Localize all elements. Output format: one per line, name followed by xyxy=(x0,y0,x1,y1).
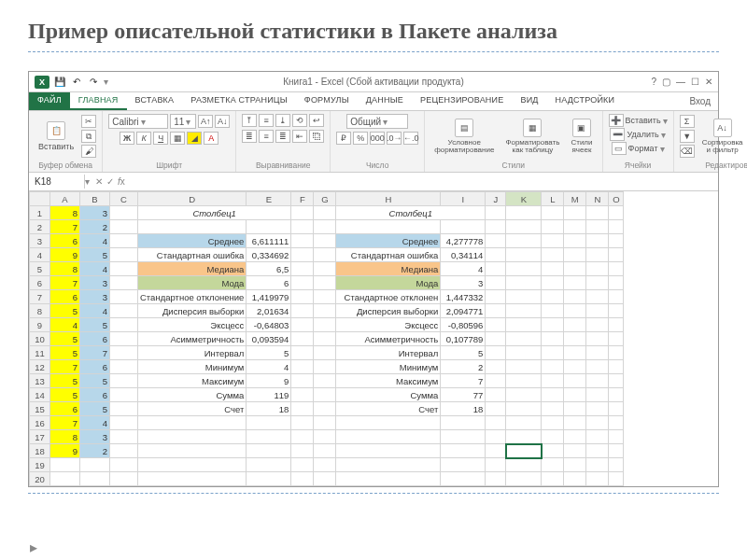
cell[interactable] xyxy=(609,248,624,262)
cell[interactable] xyxy=(486,290,506,304)
cell[interactable] xyxy=(110,206,138,220)
cell[interactable] xyxy=(564,360,586,374)
cell[interactable] xyxy=(586,248,609,262)
cell[interactable] xyxy=(542,220,564,234)
cell[interactable] xyxy=(564,262,586,276)
cell[interactable] xyxy=(110,472,138,486)
orientation-icon[interactable]: ⟲ xyxy=(292,114,307,127)
cell[interactable] xyxy=(314,472,336,486)
cell[interactable] xyxy=(110,318,138,332)
cell[interactable] xyxy=(609,332,624,346)
cell[interactable] xyxy=(506,458,542,472)
cell[interactable]: Сумма xyxy=(336,388,441,402)
insert-cells-button[interactable]: ➕Вставить▾ xyxy=(609,114,668,127)
cell[interactable]: 6 xyxy=(80,360,110,374)
cell[interactable] xyxy=(486,220,506,234)
cell[interactable] xyxy=(486,374,506,388)
cell[interactable] xyxy=(486,416,506,430)
row-header[interactable]: 6 xyxy=(30,276,50,290)
col-header-M[interactable]: M xyxy=(564,192,586,206)
cell[interactable] xyxy=(336,444,441,458)
row-header[interactable]: 8 xyxy=(30,304,50,318)
cell[interactable]: Столбец1 xyxy=(336,206,486,220)
cell[interactable] xyxy=(564,318,586,332)
cell[interactable]: 2,01634 xyxy=(247,304,291,318)
cell[interactable] xyxy=(247,220,291,234)
cell[interactable] xyxy=(564,402,586,416)
cell[interactable] xyxy=(586,430,609,444)
cell[interactable] xyxy=(542,416,564,430)
cell[interactable]: 1,419979 xyxy=(247,290,291,304)
cell[interactable]: 5 xyxy=(441,346,486,360)
cell[interactable]: Асимметричность xyxy=(336,332,441,346)
minimize-icon[interactable]: — xyxy=(676,77,685,87)
font-size-select[interactable]: 11 ▾ xyxy=(170,114,196,129)
cell[interactable]: 5 xyxy=(50,304,80,318)
cell[interactable] xyxy=(542,248,564,262)
cell[interactable] xyxy=(564,430,586,444)
cell[interactable] xyxy=(314,290,336,304)
cell[interactable] xyxy=(542,360,564,374)
cell[interactable] xyxy=(609,206,624,220)
cell[interactable] xyxy=(586,402,609,416)
cell[interactable] xyxy=(110,360,138,374)
cell[interactable] xyxy=(291,262,314,276)
cell[interactable]: 9 xyxy=(247,374,291,388)
row-header[interactable]: 11 xyxy=(30,346,50,360)
cell[interactable] xyxy=(506,304,542,318)
cell[interactable] xyxy=(564,304,586,318)
cell[interactable] xyxy=(486,332,506,346)
conditional-formatting-button[interactable]: ▤Условное форматирование xyxy=(430,117,498,156)
bold-button[interactable]: Ж xyxy=(120,132,134,145)
cell[interactable] xyxy=(110,332,138,346)
cell[interactable] xyxy=(441,430,486,444)
underline-button[interactable]: Ч xyxy=(153,132,168,145)
cell[interactable] xyxy=(586,318,609,332)
cell[interactable] xyxy=(542,262,564,276)
cell[interactable] xyxy=(80,472,110,486)
cell[interactable] xyxy=(609,402,624,416)
cell[interactable] xyxy=(314,430,336,444)
cell[interactable] xyxy=(564,388,586,402)
cell[interactable] xyxy=(336,220,441,234)
align-middle-icon[interactable]: ≡ xyxy=(259,114,274,127)
cell[interactable]: 5 xyxy=(80,318,110,332)
row-header[interactable]: 10 xyxy=(30,332,50,346)
cell[interactable] xyxy=(486,346,506,360)
col-header-F[interactable]: F xyxy=(291,192,314,206)
cell[interactable]: 1,447332 xyxy=(441,290,486,304)
cell[interactable]: 119 xyxy=(247,388,291,402)
cell[interactable] xyxy=(506,444,542,458)
italic-button[interactable]: К xyxy=(136,132,151,145)
cell[interactable] xyxy=(542,332,564,346)
cell[interactable] xyxy=(564,332,586,346)
cell[interactable]: Стандартное отклонение xyxy=(138,290,247,304)
cell[interactable]: Эксцесс xyxy=(336,318,441,332)
cell[interactable] xyxy=(564,374,586,388)
cell[interactable]: -0,80596 xyxy=(441,318,486,332)
decrease-indent-icon[interactable]: ⇤ xyxy=(292,130,307,143)
align-left-icon[interactable]: ≣ xyxy=(242,130,257,143)
cell[interactable] xyxy=(441,458,486,472)
tab-file[interactable]: ФАЙЛ xyxy=(29,92,70,110)
row-header[interactable]: 5 xyxy=(30,262,50,276)
cell[interactable] xyxy=(506,472,542,486)
align-bottom-icon[interactable]: ⤓ xyxy=(275,114,290,127)
cell[interactable] xyxy=(586,206,609,220)
cell[interactable] xyxy=(314,458,336,472)
cell[interactable]: 4 xyxy=(50,318,80,332)
ribbon-options-icon[interactable]: ▢ xyxy=(662,77,670,87)
cell[interactable]: 9 xyxy=(50,444,80,458)
cell[interactable]: 6 xyxy=(50,290,80,304)
fx-icon[interactable]: fx xyxy=(118,176,125,187)
formula-input[interactable] xyxy=(131,180,718,184)
cell[interactable] xyxy=(441,220,486,234)
cell[interactable] xyxy=(586,388,609,402)
cell[interactable]: 4 xyxy=(80,262,110,276)
cell[interactable] xyxy=(506,248,542,262)
align-right-icon[interactable]: ≣ xyxy=(275,130,290,143)
cell[interactable] xyxy=(609,262,624,276)
format-cells-button[interactable]: ▭Формат▾ xyxy=(612,142,665,155)
cell[interactable] xyxy=(138,458,247,472)
cell[interactable] xyxy=(247,472,291,486)
